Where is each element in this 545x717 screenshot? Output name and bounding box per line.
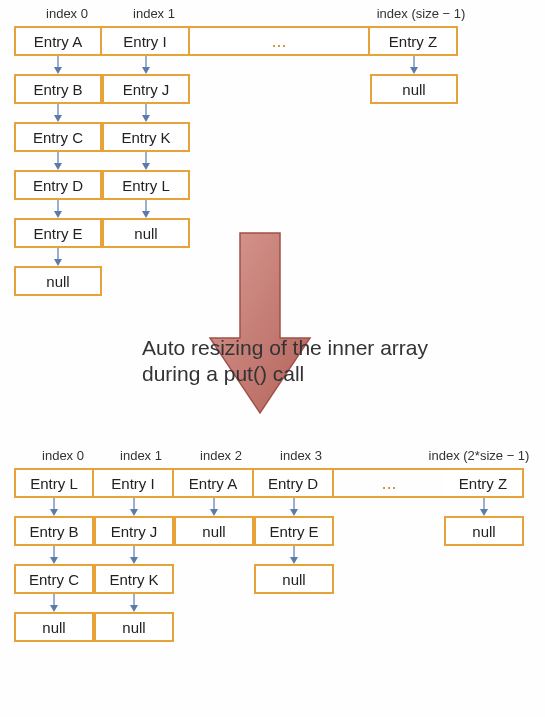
- bottom-chain-2: null: [174, 498, 254, 546]
- top-index-1-label: index 1: [119, 6, 189, 21]
- chain-arrow-icon: [14, 248, 102, 266]
- bottom-chain-1-entry: Entry J: [94, 516, 174, 546]
- svg-marker-11: [142, 67, 150, 74]
- top-chain-last-null: null: [370, 74, 458, 104]
- chain-arrow-icon: [102, 200, 190, 218]
- top-chain-0-entry: Entry E: [14, 218, 102, 248]
- svg-marker-31: [130, 605, 138, 612]
- bottom-bucket-2: Entry A: [174, 468, 254, 498]
- chain-arrow-icon: [254, 498, 334, 516]
- top-index-0-label: index 0: [32, 6, 102, 21]
- bottom-chain-3-entry: Entry E: [254, 516, 334, 546]
- caption-line2: during a put() call: [142, 361, 482, 387]
- bottom-index-0-label: index 0: [28, 448, 98, 463]
- svg-marker-29: [130, 557, 138, 564]
- svg-marker-13: [142, 115, 150, 122]
- bottom-array-row: Entry L Entry I Entry A Entry D ... Entr…: [14, 468, 524, 498]
- svg-marker-7: [54, 211, 62, 218]
- svg-marker-1: [54, 67, 62, 74]
- bottom-index-3-label: index 3: [266, 448, 336, 463]
- svg-marker-25: [50, 605, 58, 612]
- top-index-last-label: index (size − 1): [366, 6, 476, 21]
- svg-marker-37: [290, 557, 298, 564]
- chain-arrow-icon: [14, 594, 94, 612]
- bottom-index-last-label: index (2*size − 1): [414, 448, 544, 463]
- chain-arrow-icon: [444, 498, 524, 516]
- top-bucket-1: Entry I: [102, 26, 190, 56]
- svg-marker-17: [142, 211, 150, 218]
- chain-arrow-icon: [174, 498, 254, 516]
- chain-arrow-icon: [102, 56, 190, 74]
- bottom-bucket-0: Entry L: [14, 468, 94, 498]
- top-bucket-0: Entry A: [14, 26, 102, 56]
- top-chain-last: null: [370, 56, 458, 104]
- svg-marker-5: [54, 163, 62, 170]
- caption-line1: Auto resizing of the inner array: [142, 335, 482, 361]
- bottom-chain-1-entry: Entry K: [94, 564, 174, 594]
- top-chain-1-entry: Entry L: [102, 170, 190, 200]
- top-chain-0-entry: Entry D: [14, 170, 102, 200]
- svg-marker-21: [50, 509, 58, 516]
- chain-arrow-icon: [14, 152, 102, 170]
- bottom-bucket-last: Entry Z: [444, 468, 524, 498]
- top-chain-0-entry: Entry C: [14, 122, 102, 152]
- bottom-chain-0: Entry B Entry C null: [14, 498, 94, 642]
- bottom-bucket-ellipsis: ...: [334, 468, 444, 498]
- svg-marker-39: [480, 509, 488, 516]
- svg-marker-23: [50, 557, 58, 564]
- top-chain-1-null: null: [102, 218, 190, 248]
- bottom-chain-0-entry: Entry C: [14, 564, 94, 594]
- chain-arrow-icon: [14, 104, 102, 122]
- svg-marker-15: [142, 163, 150, 170]
- top-chain-0: Entry B Entry C Entry D Entry E null: [14, 56, 102, 296]
- top-chain-0-entry: Entry B: [14, 74, 102, 104]
- bottom-chain-0-entry: Entry B: [14, 516, 94, 546]
- top-bucket-ellipsis: ...: [190, 26, 370, 56]
- bottom-chain-3: Entry E null: [254, 498, 334, 594]
- chain-arrow-icon: [94, 594, 174, 612]
- chain-arrow-icon: [14, 546, 94, 564]
- chain-arrow-icon: [94, 498, 174, 516]
- bottom-chain-0-null: null: [14, 612, 94, 642]
- bottom-chain-3-null: null: [254, 564, 334, 594]
- bottom-chain-last: null: [444, 498, 524, 546]
- bottom-chain-last-null: null: [444, 516, 524, 546]
- svg-marker-35: [290, 509, 298, 516]
- top-array-row: Entry A Entry I ... Entry Z: [14, 26, 458, 56]
- chain-arrow-icon: [94, 546, 174, 564]
- svg-marker-27: [130, 509, 138, 516]
- resize-arrow-icon: [200, 228, 320, 418]
- top-chain-1-entry: Entry J: [102, 74, 190, 104]
- chain-arrow-icon: [14, 56, 102, 74]
- bottom-bucket-3: Entry D: [254, 468, 334, 498]
- caption: Auto resizing of the inner array during …: [142, 335, 482, 388]
- bottom-index-2-label: index 2: [186, 448, 256, 463]
- bottom-chain-1-null: null: [94, 612, 174, 642]
- bottom-index-1-label: index 1: [106, 448, 176, 463]
- chain-arrow-icon: [370, 56, 458, 74]
- top-chain-0-null: null: [14, 266, 102, 296]
- svg-marker-33: [210, 509, 218, 516]
- bottom-chain-2-null: null: [174, 516, 254, 546]
- chain-arrow-icon: [102, 104, 190, 122]
- bottom-chain-1: Entry J Entry K null: [94, 498, 174, 642]
- top-chain-1-entry: Entry K: [102, 122, 190, 152]
- svg-marker-19: [410, 67, 418, 74]
- chain-arrow-icon: [254, 546, 334, 564]
- svg-marker-3: [54, 115, 62, 122]
- chain-arrow-icon: [102, 152, 190, 170]
- chain-arrow-icon: [14, 200, 102, 218]
- top-bucket-last: Entry Z: [370, 26, 458, 56]
- bottom-bucket-1: Entry I: [94, 468, 174, 498]
- svg-marker-9: [54, 259, 62, 266]
- top-chain-1: Entry J Entry K Entry L null: [102, 56, 190, 248]
- chain-arrow-icon: [14, 498, 94, 516]
